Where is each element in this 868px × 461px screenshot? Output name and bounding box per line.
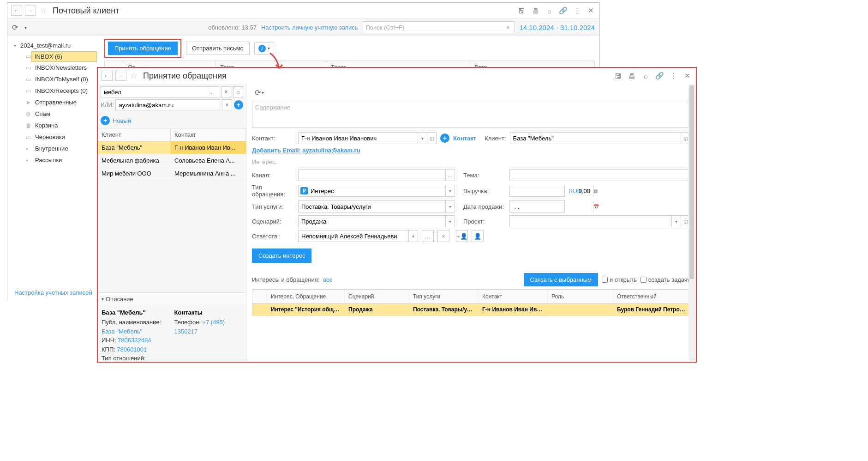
search-input[interactable] bbox=[366, 24, 504, 31]
project-combo[interactable]: ▾ ◱ bbox=[509, 215, 690, 227]
type-combo[interactable]: ₽ ▾ bbox=[298, 185, 455, 197]
link-icon[interactable]: 🔗 bbox=[654, 71, 664, 81]
channel-combo[interactable]: … bbox=[298, 169, 455, 181]
clear-btn[interactable]: × bbox=[437, 230, 449, 242]
clear-filter-2[interactable]: × bbox=[222, 99, 232, 110]
tree-item-newsletters[interactable]: ▭INBOX/Newsletters bbox=[7, 62, 100, 73]
refresh-dropdown[interactable]: ▾ bbox=[24, 25, 27, 30]
search-clear-icon[interactable]: × bbox=[504, 24, 512, 31]
saledate-input[interactable]: 📅 bbox=[509, 200, 565, 212]
responsible-combo[interactable]: ▾ bbox=[298, 230, 418, 242]
nav-back-button[interactable]: ← bbox=[11, 6, 22, 16]
accept-request-button[interactable]: Принять обращение bbox=[108, 42, 178, 55]
tree-item-drafts[interactable]: ▭Черновики bbox=[7, 131, 100, 143]
calculator-icon[interactable]: ▦ bbox=[593, 185, 598, 196]
content-textarea[interactable]: Содержание bbox=[252, 101, 690, 127]
star-icon[interactable]: ☆ bbox=[39, 6, 48, 16]
chevron-down-icon[interactable]: ▾ bbox=[445, 201, 455, 212]
search-box[interactable]: × bbox=[363, 21, 515, 33]
save-icon[interactable]: 🖫 bbox=[613, 71, 623, 81]
ellipsis-btn[interactable]: … bbox=[207, 86, 216, 97]
chevron-down-icon[interactable]: ▾ bbox=[408, 230, 418, 242]
chevron-down-icon[interactable]: ▾ bbox=[671, 216, 681, 227]
inn-link[interactable]: 7806332484 bbox=[118, 337, 151, 344]
col-contact[interactable]: Контакт bbox=[479, 290, 548, 303]
star-icon[interactable]: ☆ bbox=[129, 71, 138, 81]
self-person-icon[interactable]: 👤 bbox=[472, 230, 484, 242]
currency-link[interactable]: RUB bbox=[569, 188, 581, 194]
filter-input-2[interactable] bbox=[115, 99, 220, 110]
tree-item-mailings[interactable]: ▪Рассылки bbox=[7, 154, 100, 166]
refresh-icon[interactable]: ⟳ ▾ bbox=[252, 87, 267, 98]
send-mail-button[interactable]: Отправить письмо bbox=[186, 42, 250, 55]
print-icon[interactable]: 🖶 bbox=[627, 71, 637, 81]
tree-item-receipts[interactable]: ▭INBOX/Receipts (0) bbox=[7, 85, 100, 97]
info-button[interactable]: i ▾ bbox=[254, 42, 274, 55]
configure-account-link[interactable]: Настроить личную учетную запись bbox=[261, 24, 358, 31]
kpp-link[interactable]: 780601001 bbox=[117, 346, 147, 353]
col-contact[interactable]: Контакт bbox=[171, 128, 246, 141]
col-service[interactable]: Тип услуги bbox=[409, 290, 479, 303]
print-icon[interactable]: 🖶 bbox=[530, 6, 540, 16]
client-field[interactable]: ◱ bbox=[510, 132, 690, 144]
scrollbar[interactable] bbox=[688, 85, 695, 361]
expand-icon[interactable]: ◱ bbox=[427, 133, 436, 144]
save-icon[interactable]: 🖫 bbox=[516, 6, 527, 16]
client-row[interactable]: База "Мебель" Г-н Иванов Иван Ив... bbox=[98, 141, 246, 154]
nav-forward-button[interactable]: → bbox=[115, 71, 126, 81]
date-range[interactable]: 14.10.2024 - 31.10.2024 bbox=[520, 24, 595, 31]
refresh-icon[interactable]: ⟳ bbox=[12, 23, 20, 32]
contact-combo[interactable]: ▾ ◱ bbox=[298, 132, 437, 144]
account-settings-link[interactable]: Настройка учетных записей bbox=[14, 289, 92, 296]
chevron-down-icon[interactable]: ▾ bbox=[445, 185, 455, 196]
close-icon[interactable]: ✕ bbox=[682, 71, 692, 81]
description-header[interactable]: ▾ Описание bbox=[98, 293, 246, 305]
tree-root[interactable]: 2024_test@mail.ru bbox=[7, 40, 100, 51]
scenario-combo[interactable]: ▾ bbox=[298, 215, 455, 227]
col-interest[interactable]: Интерес, Обращение bbox=[267, 290, 345, 303]
search-page-icon[interactable]: ⌕ bbox=[641, 71, 651, 81]
client-row[interactable]: Мебельная фабрика Соловьева Елена А... bbox=[98, 154, 246, 167]
revenue-input[interactable]: ▦ bbox=[509, 185, 565, 197]
tree-item-internal[interactable]: ▪Внутренние bbox=[7, 143, 100, 154]
client-row[interactable]: Мир мебели ООО Меремьянина Анна ... bbox=[98, 167, 246, 180]
calendar-icon[interactable]: 📅 bbox=[593, 201, 599, 212]
clear-filter-1[interactable]: × bbox=[221, 86, 231, 97]
close-icon[interactable]: ✕ bbox=[586, 6, 596, 16]
col-client[interactable]: Клиент bbox=[98, 128, 171, 141]
col-role[interactable]: Роль bbox=[548, 290, 613, 303]
chevron-down-icon[interactable]: ▾ bbox=[418, 133, 427, 144]
chevron-down-icon[interactable]: ▾ bbox=[445, 216, 455, 227]
filter-input-1[interactable]: … bbox=[101, 86, 219, 97]
link-selected-button[interactable]: Связать с выбранным bbox=[524, 273, 598, 286]
ellipsis-btn[interactable]: … bbox=[445, 170, 455, 181]
pub-name-link[interactable]: База "Мебель" bbox=[102, 328, 142, 335]
interest-row[interactable]: Интерес "История общения с... Продажа По… bbox=[252, 303, 690, 315]
search-icon[interactable]: ⌕ bbox=[233, 86, 243, 97]
add-email-link[interactable]: Добавить Email: ayzatulina@akam.ru bbox=[252, 147, 360, 154]
more-icon[interactable]: ⋮ bbox=[572, 6, 582, 16]
col-responsible[interactable]: Ответственный bbox=[613, 290, 690, 303]
search-page-icon[interactable]: ⌕ bbox=[544, 6, 554, 16]
tree-item-sent[interactable]: ➤Отправленные bbox=[7, 97, 100, 108]
more-icon[interactable]: ⋮ bbox=[668, 71, 678, 81]
create-interest-button[interactable]: Создать интерес bbox=[252, 249, 311, 263]
add-contact-button[interactable]: + bbox=[440, 133, 449, 143]
task-checkbox[interactable]: создать задачу bbox=[641, 276, 690, 283]
scrollbar-thumb[interactable] bbox=[689, 85, 694, 279]
tree-item-trash[interactable]: 🗑Корзина bbox=[7, 120, 100, 131]
open-checkbox[interactable]: и открыть bbox=[602, 276, 637, 283]
add-filter-button[interactable]: + bbox=[234, 100, 243, 109]
theme-input[interactable] bbox=[509, 169, 690, 181]
nav-back-button[interactable]: ← bbox=[102, 71, 113, 81]
new-client-link[interactable]: + Новый bbox=[98, 113, 246, 128]
col-scenario[interactable]: Сценарий bbox=[345, 290, 409, 303]
all-link[interactable]: все bbox=[323, 276, 333, 283]
contact-link[interactable]: Контакт bbox=[453, 135, 476, 142]
tree-item-tomyself[interactable]: ▭INBOX/ToMyself (0) bbox=[7, 73, 100, 85]
service-combo[interactable]: ▾ bbox=[298, 200, 455, 212]
add-person-icon[interactable]: +👤 bbox=[456, 230, 468, 242]
ellipsis-btn[interactable]: … bbox=[422, 230, 434, 242]
tree-item-inbox[interactable]: INBOX (6) bbox=[31, 51, 97, 62]
nav-forward-button[interactable]: → bbox=[25, 6, 36, 16]
